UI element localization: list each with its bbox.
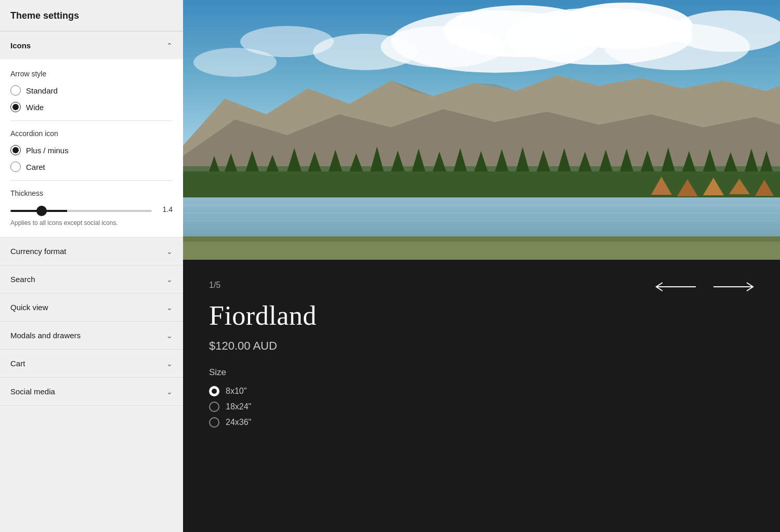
size-label-24x36: 24x36" [226,418,251,427]
accordion-caret-label: Caret [26,163,45,171]
social-media-title: Social media [10,387,55,396]
thickness-section: Thickness 1.4 Applies to all icons excep… [10,189,173,227]
size-label-18x24: 18x24" [226,402,251,411]
dark-section: 1/5 Fiordland $120.00 AUD Size [183,260,780,532]
search-section[interactable]: Search ⌄ [0,265,183,294]
cart-title: Cart [10,359,25,368]
arrow-wide-radio[interactable] [10,102,21,112]
prev-arrow-icon [655,281,697,293]
product-price: $120.00 AUD [209,339,754,353]
panel-title: Theme settings [0,0,183,31]
size-option-24x36[interactable]: 24x36" [209,417,754,428]
size-label-8x10: 8x10" [226,387,246,396]
thickness-value: 1.4 [158,205,173,214]
accordion-caret-option[interactable]: Caret [10,162,173,172]
arrow-standard-label: Standard [26,86,58,95]
size-radio-24x36 [209,417,219,428]
currency-format-section[interactable]: Currency format ⌄ [0,237,183,265]
thickness-slider[interactable] [10,210,152,212]
cart-chevron-icon: ⌄ [166,360,173,368]
accordion-caret-radio[interactable] [10,162,21,172]
landscape-photo [183,0,780,260]
divider-2 [10,180,173,181]
nav-arrows [655,281,754,293]
divider-1 [10,121,173,121]
accordion-plus-minus-option[interactable]: Plus / minus [10,145,173,155]
svg-rect-51 [183,197,780,239]
cart-section[interactable]: Cart ⌄ [0,350,183,378]
search-chevron-icon: ⌄ [166,275,173,284]
svg-rect-57 [183,242,780,260]
right-panel: 1/5 Fiordland $120.00 AUD Size [183,0,780,532]
arrow-standard-radio[interactable] [10,85,21,96]
quick-view-title: Quick view [10,303,48,312]
icons-section-title: Icons [10,41,31,50]
quick-view-section[interactable]: Quick view ⌄ [0,294,183,322]
left-panel: Theme settings Icons ⌃ Arrow style Stand… [0,0,183,532]
size-radio-18x24 [209,402,219,412]
currency-format-chevron-icon: ⌄ [166,247,173,256]
size-radio-8x10 [209,386,219,396]
modals-and-drawers-title: Modals and drawers [10,331,81,340]
prev-arrow-button[interactable] [655,281,697,293]
svg-point-10 [193,48,277,77]
accordion-icon-label: Accordion icon [10,129,173,138]
arrow-style-wide-option[interactable]: Wide [10,102,173,112]
landscape-svg [183,0,780,260]
thickness-slider-container [10,205,152,214]
product-title: Fiordland [209,300,754,331]
accordion-plus-minus-radio[interactable] [10,145,21,155]
size-options: 8x10" 18x24" 24x36" [209,386,754,428]
modals-chevron-icon: ⌄ [166,331,173,340]
thickness-label: Thickness [10,189,173,197]
thickness-applies-text: Applies to all icons except social icons… [10,219,173,227]
currency-format-title: Currency format [10,247,67,256]
icons-section-content: Arrow style Standard Wide Accordion icon… [0,59,183,237]
accordion-plus-minus-label: Plus / minus [26,146,69,155]
icons-section-header[interactable]: Icons ⌃ [0,31,183,59]
arrow-wide-label: Wide [26,103,44,112]
social-media-section[interactable]: Social media ⌄ [0,378,183,406]
slider-row: 1.4 [10,205,173,214]
panel-title-text: Theme settings [10,10,79,21]
next-arrow-button[interactable] [712,281,754,293]
social-media-chevron-icon: ⌄ [166,388,173,396]
search-title: Search [10,275,35,284]
photo-section [183,0,780,260]
quick-view-chevron-icon: ⌄ [166,303,173,312]
modals-and-drawers-section[interactable]: Modals and drawers ⌄ [0,322,183,350]
size-option-8x10[interactable]: 8x10" [209,386,754,396]
icons-chevron-icon: ⌃ [166,42,173,50]
next-arrow-icon [712,281,754,293]
size-option-18x24[interactable]: 18x24" [209,402,754,412]
arrow-style-standard-option[interactable]: Standard [10,85,173,96]
size-label: Size [209,367,754,378]
arrow-style-label: Arrow style [10,70,173,78]
